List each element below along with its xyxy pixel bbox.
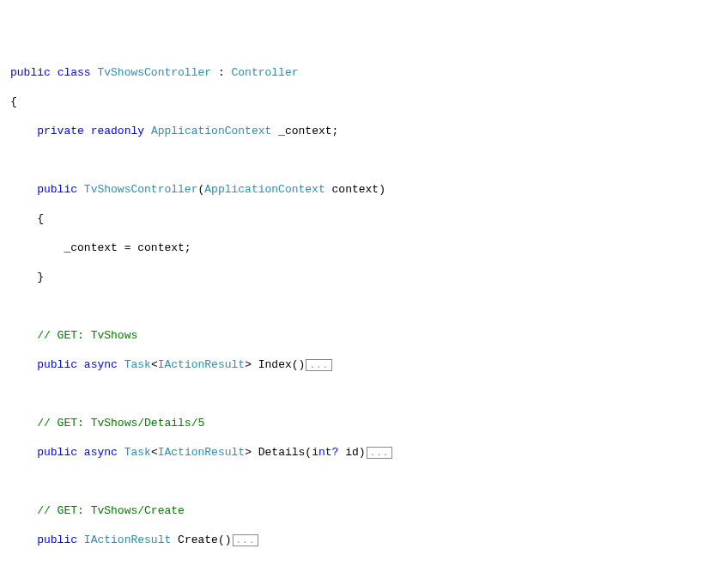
fold-toggle[interactable] [306, 359, 332, 371]
code-line: { [10, 211, 728, 226]
fold-toggle[interactable] [233, 534, 259, 546]
statement: _context = context; [64, 241, 191, 254]
code-line: // GET: TvShows/Details/5 [10, 416, 728, 430]
type-name: TvShowsController [97, 66, 211, 79]
type-name: IActionResult [158, 358, 245, 371]
code-line: public async Task<IActionResult> Index() [10, 357, 728, 372]
identifier: _context [278, 125, 331, 137]
method-name: Index [258, 358, 292, 371]
comment: // GET: TvShows/Details/5 [37, 417, 204, 430]
comment: // GET: TvShows [37, 329, 137, 342]
code-line [10, 299, 728, 314]
code-line: public class TvShowsController : Control… [10, 65, 728, 80]
keyword: int? [312, 446, 338, 459]
keyword: public [37, 183, 77, 196]
code-line [10, 387, 728, 401]
identifier: context [332, 183, 379, 196]
type-name: ApplicationContext [151, 125, 271, 137]
code-line: private readonly ApplicationContext _con… [10, 124, 728, 138]
comment: // GET: TvShows/Create [37, 504, 185, 517]
code-line: public TvShowsController(ApplicationCont… [10, 182, 728, 197]
fold-toggle[interactable] [367, 447, 393, 459]
method-name: Details [258, 446, 306, 459]
type-name: Task [124, 446, 151, 459]
identifier: id [345, 446, 359, 459]
type-name: IActionResult [84, 533, 171, 546]
keyword: async [84, 358, 118, 371]
code-editor[interactable]: public class TvShowsController : Control… [10, 65, 728, 567]
keyword: public [37, 358, 77, 371]
code-line: public IActionResult Create() [10, 533, 728, 547]
type-name: Controller [231, 66, 298, 79]
code-line: { [10, 94, 728, 109]
keyword: public [10, 66, 51, 79]
method-name: Create [178, 533, 218, 546]
keyword: readonly [91, 125, 144, 137]
keyword: async [84, 446, 118, 459]
type-name: Task [124, 358, 151, 371]
keyword: public [37, 446, 77, 459]
code-line: _context = context; [10, 241, 728, 255]
type-name: TvShowsController [84, 183, 198, 196]
type-name: IActionResult [158, 446, 245, 459]
code-line [10, 474, 728, 489]
keyword: class [58, 66, 91, 79]
code-line: // GET: TvShows [10, 328, 728, 343]
code-line: // GET: TvShows/Create [10, 503, 728, 518]
keyword: public [37, 533, 77, 546]
code-line [10, 153, 728, 168]
code-line: } [10, 270, 728, 284]
type-name: ApplicationContext [204, 183, 325, 196]
code-line: public async Task<IActionResult> Details… [10, 445, 728, 460]
keyword: private [37, 125, 84, 137]
code-line [10, 562, 728, 567]
